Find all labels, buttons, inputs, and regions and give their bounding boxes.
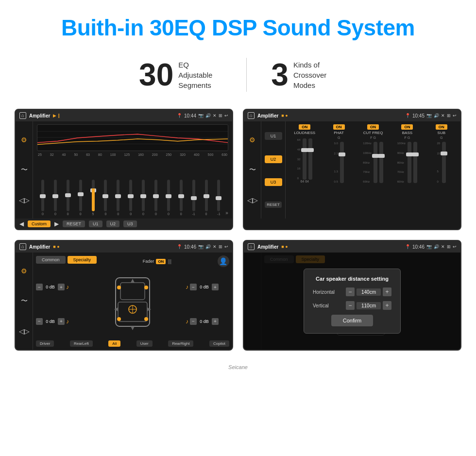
- speaker-icon-1: ♪: [66, 284, 69, 290]
- phat-on-btn[interactable]: ON: [333, 124, 345, 130]
- bass-slider2[interactable]: [413, 142, 417, 183]
- eq-slider-3: 0: [62, 180, 74, 216]
- speaker-content: ⚙ 〜 ◁▷ Common Specialty Fader ON |||: [16, 253, 232, 350]
- dist-vertical-minus[interactable]: −: [346, 301, 355, 310]
- dist-horizontal-plus[interactable]: +: [383, 287, 391, 296]
- dist-home-icon[interactable]: [248, 243, 255, 250]
- speaker-settings-icon[interactable]: ⚙: [21, 267, 27, 275]
- rear-right-btn[interactable]: RearRight: [168, 340, 193, 347]
- phat-freq-labels: 3.02.11.30.5: [334, 142, 338, 183]
- sub-on-btn[interactable]: ON: [436, 124, 447, 130]
- user-btn[interactable]: User: [136, 340, 153, 347]
- loudness-freq-labels: 644832160: [297, 138, 301, 180]
- cross-u1-btn[interactable]: U1: [265, 132, 282, 140]
- driver-btn[interactable]: Driver: [36, 340, 54, 347]
- speaker-vol-icon[interactable]: ◁▷: [19, 327, 30, 335]
- speaker-time: 10:46: [184, 244, 196, 250]
- db-plus-4[interactable]: +: [212, 318, 219, 325]
- db-plus-3[interactable]: +: [212, 284, 219, 290]
- copilot-btn[interactable]: Copilot: [209, 340, 229, 347]
- cross-home-icon[interactable]: [248, 112, 255, 119]
- db-minus-4[interactable]: −: [190, 318, 197, 325]
- page-header: Buith-in 30EQ DSP Sound System: [0, 0, 476, 51]
- eq-status-icons: 📍 10:44 📷 🔊 ✕ ⊞ ↩: [177, 113, 228, 118]
- eq-settings-icon[interactable]: ⚙: [21, 136, 27, 144]
- screenshots-grid: Amplifier ▶ ‖ 📍 10:44 📷 🔊 ✕ ⊞ ↩ ⚙ 〜 ◁▷: [0, 104, 476, 360]
- eq-custom-btn[interactable]: Custom: [28, 220, 51, 227]
- cutfreq-slider2[interactable]: [379, 142, 383, 183]
- eq-sidebar: ⚙ 〜 ◁▷: [16, 121, 33, 219]
- dist-vertical-plus[interactable]: +: [383, 301, 391, 310]
- eq-freq-labels: 2532405063 80100125160200 25032040050063…: [37, 153, 228, 156]
- bass-on-btn[interactable]: ON: [401, 124, 413, 130]
- eq-u2-btn[interactable]: U2: [106, 220, 120, 227]
- cross-channels: ON LOUDNESS 644832160: [286, 121, 460, 219]
- eq-u3-btn[interactable]: U3: [123, 220, 137, 227]
- cutfreq-on-btn[interactable]: ON: [367, 124, 379, 130]
- eq-prev-icon[interactable]: ◀: [19, 220, 24, 227]
- cross-u2-btn[interactable]: U2: [265, 155, 282, 163]
- db-val-3: 0 dB: [198, 285, 210, 289]
- cross-camera-icon: 📷: [426, 113, 432, 118]
- dist-horizontal-row: Horizontal − 140cm +: [313, 287, 391, 296]
- dist-vertical-control: − 110cm +: [346, 301, 391, 310]
- eq-slider-6: 0: [100, 180, 111, 216]
- watermark-text: Seicane: [228, 364, 248, 370]
- sub-label: SUB: [438, 131, 445, 135]
- db-plus-1[interactable]: +: [58, 284, 65, 290]
- cross-icons: ■ ●: [281, 113, 288, 118]
- sub-freq-labels: 201550: [437, 142, 440, 183]
- phat-slider1[interactable]: [340, 142, 344, 183]
- loudness-slider1[interactable]: [303, 138, 306, 180]
- common-tab[interactable]: Common: [36, 256, 66, 264]
- speaker-profile-icon[interactable]: 👤: [218, 255, 229, 267]
- eq-volume-icon[interactable]: ◁▷: [19, 196, 30, 204]
- eq-u1-btn[interactable]: U1: [89, 220, 102, 227]
- close-icon: ✕: [213, 113, 217, 118]
- eq-slider-8: 0: [125, 180, 136, 216]
- loudness-on-btn[interactable]: ON: [299, 124, 310, 130]
- cross-wave-icon[interactable]: 〜: [249, 166, 256, 174]
- cutfreq-slider1[interactable]: [374, 142, 377, 183]
- eq-slider-4: 0: [75, 180, 86, 216]
- bass-slider1[interactable]: [408, 142, 411, 183]
- cross-u3-btn[interactable]: U3: [265, 178, 282, 186]
- fader-on-btn[interactable]: ON: [156, 259, 166, 264]
- dist-horizontal-minus[interactable]: −: [346, 287, 355, 296]
- cross-reset-btn[interactable]: RESET: [265, 202, 282, 208]
- eq-reset-btn[interactable]: RESET: [63, 220, 85, 227]
- db-plus-2[interactable]: +: [58, 318, 65, 325]
- expand-icon[interactable]: »: [225, 210, 228, 216]
- cross-close-icon: ✕: [441, 113, 445, 118]
- eq-wave-icon[interactable]: 〜: [21, 166, 28, 174]
- fader-label: Fader: [143, 259, 154, 264]
- home-icon[interactable]: [19, 112, 26, 119]
- rear-left-btn[interactable]: RearLeft: [70, 340, 93, 347]
- speaker-home-icon[interactable]: [19, 243, 26, 250]
- all-btn[interactable]: All: [108, 340, 120, 347]
- eq-status-left: Amplifier ▶ ‖: [19, 112, 60, 119]
- specialty-tab[interactable]: Specialty: [68, 256, 97, 264]
- speaker-icon-2: ♪: [66, 318, 69, 325]
- cross-settings-icon[interactable]: ⚙: [249, 136, 255, 144]
- cutfreq-sliders: 120Hz100Hz80Hz70Hz60Hz: [363, 139, 383, 183]
- confirm-button[interactable]: Confirm: [331, 315, 374, 326]
- db-minus-2[interactable]: −: [36, 318, 43, 325]
- camera-icon: 📷: [198, 113, 204, 118]
- speaker-wave-icon[interactable]: 〜: [21, 297, 28, 305]
- dist-overlay: Car speaker distance setting Horizontal …: [244, 253, 460, 350]
- eq-graph-svg: [37, 125, 228, 151]
- db-minus-1[interactable]: −: [36, 284, 43, 290]
- loudness-slider2[interactable]: [308, 138, 312, 180]
- loudness-channel: ON LOUDNESS 644832160: [289, 124, 321, 216]
- crossover-screen: Amplifier ■ ● 📍 10:45 📷 🔊 ✕ ⊞ ↩ ⚙ 〜 ◁▷: [243, 109, 461, 230]
- eq-play-icon[interactable]: ▶: [54, 220, 59, 227]
- dist-time: 10:46: [412, 244, 425, 250]
- cross-volume-icon[interactable]: ◁▷: [247, 196, 258, 204]
- eq-slider-13: -1: [188, 180, 200, 216]
- cross-main: U1 U2 U3 RESET ON LOUDNESS 644832160: [261, 121, 460, 219]
- sub-sliders: 201550: [437, 139, 446, 183]
- db-minus-3[interactable]: −: [190, 284, 197, 290]
- sub-slider1[interactable]: [442, 142, 446, 183]
- eq-slider-15: -1: [213, 180, 224, 216]
